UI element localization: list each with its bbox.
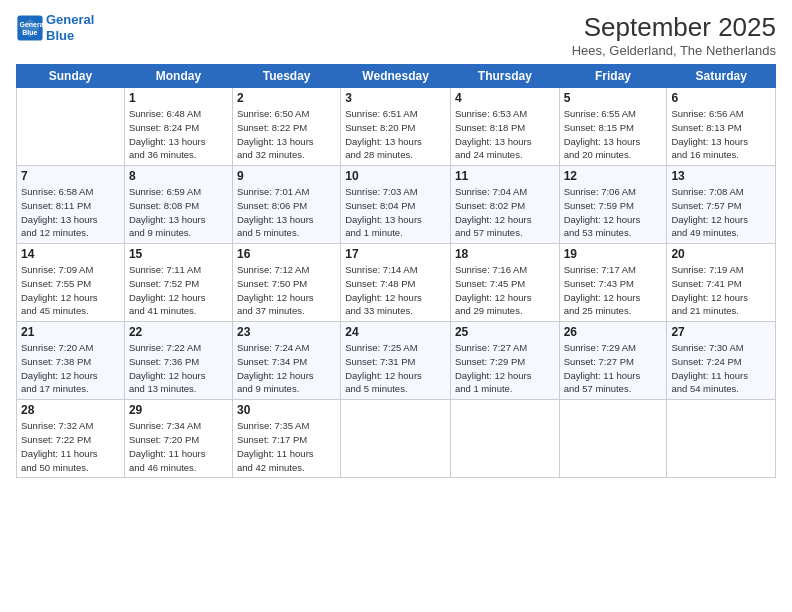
day-number: 7 — [21, 169, 120, 183]
day-info: Sunrise: 6:53 AM Sunset: 8:18 PM Dayligh… — [455, 107, 555, 162]
day-info: Sunrise: 6:50 AM Sunset: 8:22 PM Dayligh… — [237, 107, 336, 162]
day-number: 12 — [564, 169, 663, 183]
calendar-cell: 23Sunrise: 7:24 AM Sunset: 7:34 PM Dayli… — [232, 322, 340, 400]
logo: General Blue General Blue — [16, 12, 94, 43]
day-info: Sunrise: 7:22 AM Sunset: 7:36 PM Dayligh… — [129, 341, 228, 396]
day-info: Sunrise: 7:04 AM Sunset: 8:02 PM Dayligh… — [455, 185, 555, 240]
day-number: 22 — [129, 325, 228, 339]
calendar-cell — [341, 400, 451, 478]
day-info: Sunrise: 7:32 AM Sunset: 7:22 PM Dayligh… — [21, 419, 120, 474]
day-info: Sunrise: 7:29 AM Sunset: 7:27 PM Dayligh… — [564, 341, 663, 396]
calendar-cell: 12Sunrise: 7:06 AM Sunset: 7:59 PM Dayli… — [559, 166, 667, 244]
week-row-5: 28Sunrise: 7:32 AM Sunset: 7:22 PM Dayli… — [17, 400, 776, 478]
calendar-cell: 24Sunrise: 7:25 AM Sunset: 7:31 PM Dayli… — [341, 322, 451, 400]
location-subtitle: Hees, Gelderland, The Netherlands — [572, 43, 776, 58]
day-number: 11 — [455, 169, 555, 183]
calendar-table: SundayMondayTuesdayWednesdayThursdayFrid… — [16, 64, 776, 478]
day-info: Sunrise: 7:12 AM Sunset: 7:50 PM Dayligh… — [237, 263, 336, 318]
day-info: Sunrise: 7:24 AM Sunset: 7:34 PM Dayligh… — [237, 341, 336, 396]
day-info: Sunrise: 6:59 AM Sunset: 8:08 PM Dayligh… — [129, 185, 228, 240]
day-info: Sunrise: 7:27 AM Sunset: 7:29 PM Dayligh… — [455, 341, 555, 396]
day-number: 10 — [345, 169, 446, 183]
calendar-cell: 7Sunrise: 6:58 AM Sunset: 8:11 PM Daylig… — [17, 166, 125, 244]
svg-text:General: General — [20, 20, 45, 27]
calendar-cell: 9Sunrise: 7:01 AM Sunset: 8:06 PM Daylig… — [232, 166, 340, 244]
day-info: Sunrise: 6:48 AM Sunset: 8:24 PM Dayligh… — [129, 107, 228, 162]
calendar-cell: 20Sunrise: 7:19 AM Sunset: 7:41 PM Dayli… — [667, 244, 776, 322]
day-number: 9 — [237, 169, 336, 183]
calendar-cell: 1Sunrise: 6:48 AM Sunset: 8:24 PM Daylig… — [124, 88, 232, 166]
day-number: 16 — [237, 247, 336, 261]
day-header-thursday: Thursday — [450, 65, 559, 88]
logo-text: General Blue — [46, 12, 94, 43]
day-number: 5 — [564, 91, 663, 105]
calendar-cell: 13Sunrise: 7:08 AM Sunset: 7:57 PM Dayli… — [667, 166, 776, 244]
day-number: 24 — [345, 325, 446, 339]
day-info: Sunrise: 7:03 AM Sunset: 8:04 PM Dayligh… — [345, 185, 446, 240]
day-number: 30 — [237, 403, 336, 417]
day-number: 29 — [129, 403, 228, 417]
week-row-3: 14Sunrise: 7:09 AM Sunset: 7:55 PM Dayli… — [17, 244, 776, 322]
day-info: Sunrise: 6:51 AM Sunset: 8:20 PM Dayligh… — [345, 107, 446, 162]
calendar-cell: 14Sunrise: 7:09 AM Sunset: 7:55 PM Dayli… — [17, 244, 125, 322]
calendar-cell: 6Sunrise: 6:56 AM Sunset: 8:13 PM Daylig… — [667, 88, 776, 166]
calendar-cell — [559, 400, 667, 478]
day-number: 26 — [564, 325, 663, 339]
month-title: September 2025 — [572, 12, 776, 43]
day-info: Sunrise: 6:58 AM Sunset: 8:11 PM Dayligh… — [21, 185, 120, 240]
calendar-cell — [17, 88, 125, 166]
calendar-cell: 2Sunrise: 6:50 AM Sunset: 8:22 PM Daylig… — [232, 88, 340, 166]
calendar-cell: 10Sunrise: 7:03 AM Sunset: 8:04 PM Dayli… — [341, 166, 451, 244]
calendar-cell: 21Sunrise: 7:20 AM Sunset: 7:38 PM Dayli… — [17, 322, 125, 400]
calendar-cell: 11Sunrise: 7:04 AM Sunset: 8:02 PM Dayli… — [450, 166, 559, 244]
day-number: 3 — [345, 91, 446, 105]
day-number: 4 — [455, 91, 555, 105]
day-info: Sunrise: 7:01 AM Sunset: 8:06 PM Dayligh… — [237, 185, 336, 240]
calendar-cell: 3Sunrise: 6:51 AM Sunset: 8:20 PM Daylig… — [341, 88, 451, 166]
page: General Blue General Blue September 2025… — [0, 0, 792, 612]
day-info: Sunrise: 7:20 AM Sunset: 7:38 PM Dayligh… — [21, 341, 120, 396]
calendar-cell: 25Sunrise: 7:27 AM Sunset: 7:29 PM Dayli… — [450, 322, 559, 400]
calendar-cell: 26Sunrise: 7:29 AM Sunset: 7:27 PM Dayli… — [559, 322, 667, 400]
calendar-cell: 4Sunrise: 6:53 AM Sunset: 8:18 PM Daylig… — [450, 88, 559, 166]
day-info: Sunrise: 7:06 AM Sunset: 7:59 PM Dayligh… — [564, 185, 663, 240]
day-number: 19 — [564, 247, 663, 261]
calendar-cell: 22Sunrise: 7:22 AM Sunset: 7:36 PM Dayli… — [124, 322, 232, 400]
day-header-monday: Monday — [124, 65, 232, 88]
calendar-cell — [450, 400, 559, 478]
day-info: Sunrise: 7:30 AM Sunset: 7:24 PM Dayligh… — [671, 341, 771, 396]
logo-line2: Blue — [46, 28, 74, 43]
day-number: 17 — [345, 247, 446, 261]
day-info: Sunrise: 7:16 AM Sunset: 7:45 PM Dayligh… — [455, 263, 555, 318]
calendar-cell: 30Sunrise: 7:35 AM Sunset: 7:17 PM Dayli… — [232, 400, 340, 478]
day-info: Sunrise: 7:08 AM Sunset: 7:57 PM Dayligh… — [671, 185, 771, 240]
calendar-cell: 5Sunrise: 6:55 AM Sunset: 8:15 PM Daylig… — [559, 88, 667, 166]
day-info: Sunrise: 7:09 AM Sunset: 7:55 PM Dayligh… — [21, 263, 120, 318]
day-number: 20 — [671, 247, 771, 261]
day-number: 23 — [237, 325, 336, 339]
day-number: 15 — [129, 247, 228, 261]
day-info: Sunrise: 7:19 AM Sunset: 7:41 PM Dayligh… — [671, 263, 771, 318]
day-info: Sunrise: 7:17 AM Sunset: 7:43 PM Dayligh… — [564, 263, 663, 318]
day-header-friday: Friday — [559, 65, 667, 88]
day-header-wednesday: Wednesday — [341, 65, 451, 88]
day-header-tuesday: Tuesday — [232, 65, 340, 88]
svg-text:Blue: Blue — [22, 29, 37, 36]
calendar-cell: 18Sunrise: 7:16 AM Sunset: 7:45 PM Dayli… — [450, 244, 559, 322]
calendar-cell: 19Sunrise: 7:17 AM Sunset: 7:43 PM Dayli… — [559, 244, 667, 322]
day-number: 6 — [671, 91, 771, 105]
day-info: Sunrise: 7:11 AM Sunset: 7:52 PM Dayligh… — [129, 263, 228, 318]
day-number: 21 — [21, 325, 120, 339]
title-block: September 2025 Hees, Gelderland, The Net… — [572, 12, 776, 58]
day-number: 25 — [455, 325, 555, 339]
day-number: 18 — [455, 247, 555, 261]
week-row-4: 21Sunrise: 7:20 AM Sunset: 7:38 PM Dayli… — [17, 322, 776, 400]
calendar-cell: 15Sunrise: 7:11 AM Sunset: 7:52 PM Dayli… — [124, 244, 232, 322]
day-number: 14 — [21, 247, 120, 261]
day-header-saturday: Saturday — [667, 65, 776, 88]
week-row-2: 7Sunrise: 6:58 AM Sunset: 8:11 PM Daylig… — [17, 166, 776, 244]
day-info: Sunrise: 7:34 AM Sunset: 7:20 PM Dayligh… — [129, 419, 228, 474]
calendar-cell: 28Sunrise: 7:32 AM Sunset: 7:22 PM Dayli… — [17, 400, 125, 478]
day-number: 8 — [129, 169, 228, 183]
day-number: 27 — [671, 325, 771, 339]
